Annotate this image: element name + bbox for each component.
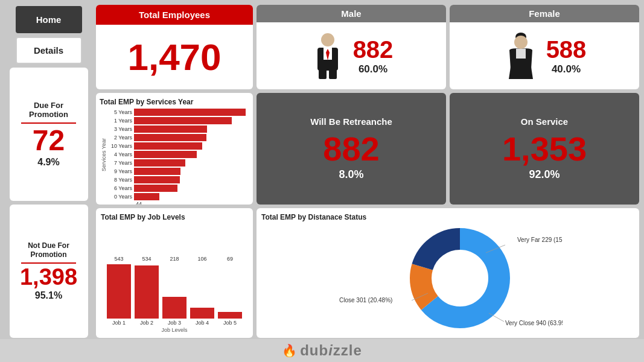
svg-point-25 [433, 252, 486, 305]
total-employees-card2: Total Employees 1,470 [96, 5, 253, 89]
bar-label: 9 Years [108, 168, 132, 174]
job-bar-fill [107, 264, 131, 319]
job-bar-fill [218, 312, 242, 319]
female-figure-svg [503, 32, 539, 80]
bar-fill [134, 168, 180, 175]
job-bar-col: 543Job 1 [107, 256, 131, 326]
job-bar-label: Job 1 [112, 320, 126, 326]
svg-point-20 [514, 36, 528, 49]
bar-label: 3 Years [108, 126, 132, 132]
job-bar-value: 69 [227, 256, 233, 262]
bar-fill [134, 125, 207, 133]
total-value2: 1,470 [127, 36, 221, 78]
services-chart-card2: Total EMP by Services Year Services Year… [96, 93, 253, 205]
male-title2: Male [257, 5, 446, 22]
bar-label: 8 Years [108, 177, 132, 183]
bar-label: 2 Years [108, 135, 132, 141]
job-bar-value: 543 [114, 256, 123, 262]
watermark: 🔥 dubizzle [0, 339, 644, 362]
bar-label: 5 Years [108, 109, 132, 115]
retreat-card2: Will Be Retreanche 882 8.0% [257, 93, 446, 205]
bar-wrap: 196 [134, 109, 248, 116]
job-bar-col: 69Job 5 [218, 256, 242, 326]
distance-title2: Total EMP by Distanace Status [261, 213, 634, 221]
retreat-pct2: 8.0% [339, 168, 363, 181]
job-bar-col: 106Job 4 [190, 256, 214, 326]
not-due-promotion-pct2: 95.1% [35, 290, 62, 301]
services-bar-row: 8 Years80 [108, 176, 248, 183]
bar-wrap: 127 [134, 134, 248, 141]
services-y-label2: Services Year [100, 108, 108, 201]
jobs-chart-card: Total EMP by Job Levels 543Job 1534Job 2… [96, 208, 253, 338]
job-bar-fill [162, 297, 187, 319]
bar-wrap: 171 [134, 117, 248, 124]
bar-fill [134, 176, 180, 183]
watermark-text: 🔥 dubizzle [282, 342, 362, 359]
svg-rect-21 [516, 49, 526, 59]
job-bar-fill [190, 308, 214, 319]
not-due-promotion-title2: Not Due For Promotion [14, 241, 83, 259]
bar-label: 4 Years [108, 151, 132, 157]
female-title2: Female [450, 5, 639, 22]
job-bar-value: 534 [142, 256, 151, 262]
details-button2[interactable]: Details [16, 37, 82, 64]
bar-fill [134, 159, 185, 167]
onservice-card2: On Service 1,353 92.0% [450, 93, 639, 205]
bar-wrap: 76 [134, 185, 248, 192]
jobs-x-label: Job Levels [101, 327, 248, 333]
svg-rect-17 [319, 69, 327, 79]
services-bar-row: 1 Years171 [108, 117, 248, 124]
female-pct2: 40.0% [552, 63, 581, 75]
services-bar-row: 6 Years76 [108, 185, 248, 192]
bar-label: 6 Years [108, 185, 132, 191]
jobs-chart-title: Total EMP by Job Levels [101, 213, 248, 221]
not-due-promotion-card2: Not Due For Promotion 1,398 95.1% [10, 205, 88, 338]
job-bar-label: Job 5 [223, 320, 237, 326]
job-bar-col: 534Job 2 [135, 256, 159, 326]
bar-fill [134, 109, 246, 116]
total-title2: Total Employees [96, 5, 253, 25]
services-bar-row: 9 Years82 [108, 168, 248, 175]
job-bar-value: 218 [170, 256, 179, 262]
female-value2: 588 [546, 36, 587, 63]
bar-wrap: 82 [134, 168, 248, 175]
due-promotion-title2: Due For Promotion [14, 101, 83, 119]
female-card2: Female 588 40.0% [450, 5, 639, 89]
services-chart-title2: Total EMP by Services Year [100, 98, 248, 106]
bar-wrap: 90 [134, 159, 248, 167]
dist-label-vc: Very Close 940 (63.95%) [505, 320, 563, 326]
services-bar-row: 3 Years128 [108, 125, 248, 133]
due-promotion-pct2: 4.9% [37, 157, 59, 168]
nav-promo-area: Home Details Due For Promotion 72 4.9% N… [5, 5, 92, 338]
bar-fill [134, 142, 202, 150]
bar-wrap: 120 [134, 142, 248, 150]
svg-rect-18 [329, 69, 337, 79]
svg-line-28 [489, 313, 504, 322]
bar-wrap: 80 [134, 176, 248, 183]
svg-point-13 [321, 33, 334, 46]
services-bar-row: 0 Years44 [108, 193, 248, 200]
services-bar-row: 5 Years196 [108, 109, 248, 116]
job-bar-fill [135, 265, 159, 319]
bar-wrap: 110 [134, 151, 248, 158]
onservice-value2: 1,353 [502, 129, 587, 168]
bar-value: 44 [136, 200, 142, 205]
job-bar-value: 106 [197, 256, 206, 262]
dist-label-vf: Very Far 229 (15.58%) [517, 237, 563, 243]
bar-fill [134, 193, 159, 200]
distance-donut-svg: Very Far 229 (15.58%) Close 301 (20.48%)… [333, 224, 563, 332]
bar-fill [134, 134, 206, 141]
services-bar-row: 10 Years120 [108, 142, 248, 150]
not-due-promotion-value2: 1,398 [20, 265, 77, 290]
onservice-pct2: 92.0% [529, 168, 560, 181]
bar-label: 0 Years [108, 194, 132, 200]
dist-label-close: Close 301 (20.48%) [339, 297, 392, 303]
job-bar-label: Job 3 [168, 320, 181, 326]
due-promotion-card2: Due For Promotion 72 4.9% [10, 68, 88, 201]
bar-wrap: 44 [134, 193, 248, 200]
home-button2[interactable]: Home [16, 6, 82, 33]
onservice-title2: On Service [521, 116, 568, 127]
distance-chart-card2: Total EMP by Distanace Status [257, 208, 639, 338]
bar-label: 1 Years [108, 118, 132, 124]
services-bar-row: 7 Years90 [108, 159, 248, 167]
